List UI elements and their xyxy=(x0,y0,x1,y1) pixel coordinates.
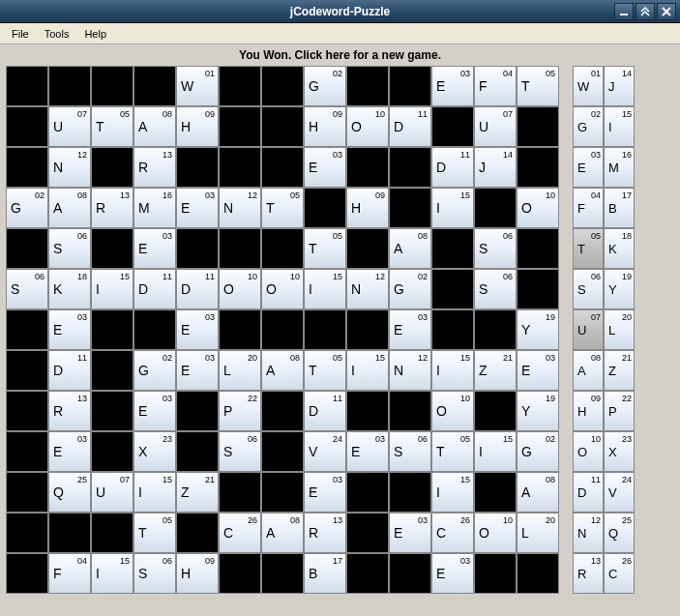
grid-cell[interactable]: C26 xyxy=(219,513,261,553)
grid-cell[interactable]: T05 xyxy=(304,228,346,269)
grid-cell[interactable]: E03 xyxy=(48,309,91,350)
grid-cell[interactable]: V24 xyxy=(304,431,346,472)
grid-cell[interactable]: G02 xyxy=(517,431,559,472)
grid-cell[interactable]: N12 xyxy=(389,350,431,391)
grid-cell[interactable]: O10 xyxy=(474,513,517,553)
key-cell[interactable]: Y19 xyxy=(604,269,635,309)
grid-cell[interactable]: E03 xyxy=(176,309,219,350)
key-cell[interactable]: C26 xyxy=(604,553,635,594)
grid-cell[interactable]: B17 xyxy=(304,553,346,594)
grid-cell[interactable]: S06 xyxy=(389,431,431,472)
key-cell[interactable]: Z21 xyxy=(604,350,635,391)
grid-cell[interactable]: A08 xyxy=(133,106,176,147)
key-cell[interactable]: B17 xyxy=(604,188,635,228)
grid-cell[interactable]: I15 xyxy=(431,350,474,391)
grid-cell[interactable]: D11 xyxy=(176,269,219,309)
grid-cell[interactable]: A08 xyxy=(517,472,559,513)
grid-cell[interactable]: U07 xyxy=(48,106,91,147)
grid-cell[interactable]: T05 xyxy=(133,513,176,553)
grid-cell[interactable]: Y19 xyxy=(517,391,559,431)
grid-cell[interactable]: G02 xyxy=(304,66,346,106)
grid-cell[interactable]: N12 xyxy=(346,269,389,309)
grid-cell[interactable]: O10 xyxy=(219,269,261,309)
key-cell[interactable]: K18 xyxy=(604,228,635,269)
key-cell[interactable]: R13 xyxy=(573,553,604,594)
grid-cell[interactable]: S06 xyxy=(48,228,91,269)
grid-cell[interactable]: E03 xyxy=(304,472,346,513)
menu-tools[interactable]: Tools xyxy=(37,26,77,42)
grid-cell[interactable]: N12 xyxy=(219,188,261,228)
key-cell[interactable]: Q25 xyxy=(604,513,635,553)
grid-cell[interactable]: E03 xyxy=(389,309,431,350)
key-cell[interactable]: N12 xyxy=(573,513,604,553)
grid-cell[interactable]: M16 xyxy=(133,188,176,228)
key-cell[interactable]: O10 xyxy=(573,431,604,472)
grid-cell[interactable]: D11 xyxy=(431,147,474,188)
grid-cell[interactable]: F04 xyxy=(474,66,517,106)
grid-cell[interactable]: U07 xyxy=(474,106,517,147)
grid-cell[interactable]: F04 xyxy=(48,553,91,594)
grid-cell[interactable]: D11 xyxy=(48,350,91,391)
grid-cell[interactable]: G02 xyxy=(133,350,176,391)
grid-cell[interactable]: Z21 xyxy=(474,350,517,391)
grid-cell[interactable]: D11 xyxy=(389,106,431,147)
grid-cell[interactable]: Q25 xyxy=(48,472,91,513)
grid-cell[interactable]: H09 xyxy=(176,553,219,594)
grid-cell[interactable]: K18 xyxy=(48,269,91,309)
key-cell[interactable]: T05 xyxy=(573,228,604,269)
status-message[interactable]: You Won. Click here for a new game. xyxy=(0,44,680,64)
maximize-button[interactable] xyxy=(636,3,655,20)
menu-file[interactable]: File xyxy=(4,26,37,42)
grid-cell[interactable]: I15 xyxy=(431,472,474,513)
grid-cell[interactable]: E03 xyxy=(431,553,474,594)
grid-cell[interactable]: S06 xyxy=(133,553,176,594)
grid-cell[interactable]: O10 xyxy=(517,188,559,228)
grid-cell[interactable]: I15 xyxy=(91,553,133,594)
key-cell[interactable]: D11 xyxy=(573,472,604,513)
grid-cell[interactable]: A08 xyxy=(261,350,304,391)
key-cell[interactable]: A08 xyxy=(573,350,604,391)
grid-cell[interactable]: I15 xyxy=(474,431,517,472)
key-cell[interactable]: S06 xyxy=(573,269,604,309)
close-button[interactable] xyxy=(657,3,676,20)
grid-cell[interactable]: O10 xyxy=(261,269,304,309)
grid-cell[interactable]: E03 xyxy=(431,66,474,106)
key-cell[interactable]: X23 xyxy=(604,431,635,472)
grid-cell[interactable]: G02 xyxy=(389,269,431,309)
grid-cell[interactable]: I15 xyxy=(346,350,389,391)
grid-cell[interactable]: T05 xyxy=(261,188,304,228)
grid-cell[interactable]: P22 xyxy=(219,391,261,431)
grid-cell[interactable]: E03 xyxy=(304,147,346,188)
grid-cell[interactable]: O10 xyxy=(346,106,389,147)
grid-cell[interactable]: I15 xyxy=(304,269,346,309)
minimize-button[interactable] xyxy=(614,3,634,20)
grid-cell[interactable]: E03 xyxy=(133,391,176,431)
key-cell[interactable]: M16 xyxy=(604,147,635,188)
grid-cell[interactable]: R13 xyxy=(304,513,346,553)
grid-cell[interactable]: H09 xyxy=(346,188,389,228)
grid-cell[interactable]: E03 xyxy=(176,188,219,228)
grid-cell[interactable]: S06 xyxy=(474,228,517,269)
grid-cell[interactable]: S06 xyxy=(474,269,517,309)
grid-cell[interactable]: X23 xyxy=(133,431,176,472)
grid-cell[interactable]: C26 xyxy=(431,513,474,553)
grid-cell[interactable]: I15 xyxy=(133,472,176,513)
grid-cell[interactable]: I15 xyxy=(91,269,133,309)
key-cell[interactable]: F04 xyxy=(573,188,604,228)
grid-cell[interactable]: L20 xyxy=(517,513,559,553)
grid-cell[interactable]: R13 xyxy=(48,391,91,431)
grid-cell[interactable]: L20 xyxy=(219,350,261,391)
grid-cell[interactable]: I15 xyxy=(431,188,474,228)
grid-cell[interactable]: W01 xyxy=(176,66,219,106)
key-cell[interactable]: V24 xyxy=(604,472,635,513)
grid-cell[interactable]: S06 xyxy=(6,269,48,309)
grid-cell[interactable]: E03 xyxy=(176,350,219,391)
grid-cell[interactable]: H09 xyxy=(176,106,219,147)
key-cell[interactable]: J14 xyxy=(604,66,635,106)
grid-cell[interactable]: O10 xyxy=(431,391,474,431)
key-cell[interactable]: L20 xyxy=(604,309,635,350)
key-cell[interactable]: I15 xyxy=(604,106,635,147)
grid-cell[interactable]: E03 xyxy=(346,431,389,472)
grid-cell[interactable]: Z21 xyxy=(176,472,219,513)
grid-cell[interactable]: T05 xyxy=(304,350,346,391)
